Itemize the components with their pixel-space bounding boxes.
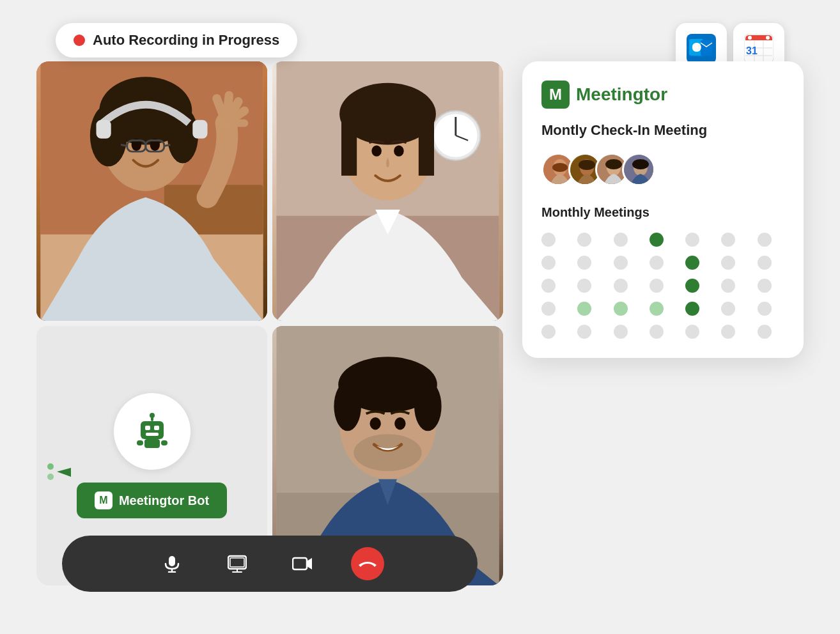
svg-rect-52 [154,426,159,430]
cursor-indicator [45,463,71,488]
dot-grid-cell [649,325,664,339]
svg-rect-50 [141,421,164,439]
svg-point-69 [47,474,54,480]
dot-grid-cell [685,256,699,270]
avatar-4 [622,153,655,186]
svg-point-91 [632,159,649,169]
meetingtor-logo: M Meetingtor [541,81,784,109]
svg-rect-71 [169,556,175,566]
microphone-icon [163,555,181,573]
recording-text: Auto Recording in Progress [93,32,279,49]
dot-grid-cell [649,233,664,247]
dot-grid-cell [541,256,556,270]
cursor-arrow-icon [45,463,71,486]
svg-rect-51 [145,426,150,430]
video-feed-2 [272,61,503,321]
camera-icon [292,555,313,572]
svg-line-32 [164,145,171,146]
recording-badge: Auto Recording in Progress [56,23,297,58]
video-grid: M Meetingtor Bot [36,61,503,585]
dot-grid-cell [721,256,735,270]
svg-marker-70 [57,468,71,477]
svg-rect-25 [97,120,111,139]
svg-point-65 [354,434,421,471]
bot-label-button[interactable]: M Meetingtor Bot [77,483,227,518]
svg-point-88 [605,159,622,169]
dot-grid-cell [649,302,664,316]
dot-grid-cell [614,279,628,293]
google-calendar-icon: 31 [744,34,774,63]
dot-grid-cell [541,233,556,247]
dot-grid-cell [685,233,699,247]
svg-text:O: O [692,40,702,54]
end-call-icon [358,557,377,570]
person-silhouette-1 [36,61,267,321]
video-cell-woman-headphones [36,61,267,321]
svg-rect-53 [146,433,159,436]
meetingtor-brand-name: Meetingtor [576,84,667,105]
svg-rect-58 [161,440,167,445]
svg-point-66 [369,417,380,429]
svg-point-15 [748,36,752,40]
video-cell-woman-smile [272,61,503,321]
camera-button[interactable] [286,547,319,580]
bot-icon-container [114,393,191,470]
person-silhouette-2 [272,61,503,321]
recording-indicator-dot [74,35,85,46]
svg-point-68 [47,463,54,470]
svg-point-48 [371,145,381,156]
dot-grid-cell [758,233,772,247]
dot-grid-cell [614,256,628,270]
svg-rect-26 [192,120,207,139]
dot-grid-cell [685,279,699,293]
dot-grid-cell [614,302,628,316]
svg-point-16 [766,36,770,40]
dot-grid-cell [649,256,664,270]
dot-grid-cell [721,302,735,316]
dot-grid-cell [721,325,735,339]
avatar-group [541,153,784,186]
svg-text:31: 31 [746,45,758,56]
dot-grid-cell [577,325,591,339]
meetingtor-logo-m: M [541,81,570,109]
dot-grid-cell [577,256,591,270]
svg-point-67 [394,417,405,429]
dot-grid-cell [577,302,591,316]
meeting-title: Montly Check-In Meeting [541,121,784,140]
dot-grid-cell [721,233,735,247]
screen-share-icon [228,555,247,573]
outlook-icon: O [687,34,716,63]
dot-grid-cell [685,302,699,316]
bot-label-text: Meetingtor Bot [119,493,209,508]
mic-button[interactable] [155,547,189,580]
dot-grid-cell [614,325,628,339]
dot-grid-cell [758,256,772,270]
dot-grid-cell [758,325,772,339]
svg-point-64 [414,382,442,431]
video-feed-1 [36,61,267,321]
dot-grid-cell [541,279,556,293]
dot-grid-cell [758,302,772,316]
svg-point-63 [334,382,361,431]
svg-point-55 [150,413,155,418]
dot-grid-cell [577,279,591,293]
svg-point-82 [552,163,568,172]
dot-grid-cell [721,279,735,293]
svg-rect-57 [137,440,143,445]
svg-point-49 [394,145,403,156]
svg-rect-4 [701,40,712,56]
dot-grid-cell [541,325,556,339]
end-call-button[interactable] [351,547,384,580]
control-bar [62,536,478,592]
monthly-meetings-title: Monthly Meetings [541,205,784,220]
monthly-meetings-dot-grid [541,233,784,339]
bot-m-logo: M [95,491,113,509]
svg-rect-56 [144,439,160,448]
svg-rect-78 [293,558,307,569]
svg-line-31 [121,145,127,146]
dot-grid-cell [577,233,591,247]
svg-rect-46 [341,114,357,176]
meetingtor-card: M Meetingtor Montly Check-In Meeting [522,61,804,358]
screen-share-button[interactable] [221,547,254,580]
dot-grid-cell [758,279,772,293]
